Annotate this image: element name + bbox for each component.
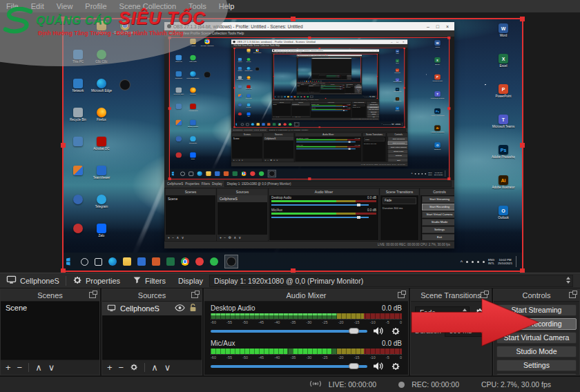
coccoc-taskbar-icon bbox=[307, 96, 309, 97]
captured-obs-window: OBS 27.1.3 (64-bit, windows) - Profile: … bbox=[311, 58, 351, 80]
teamviewer-icon bbox=[97, 166, 106, 175]
desktop-icon bbox=[200, 72, 215, 77]
folder-taskbar-icon bbox=[287, 96, 289, 97]
move-scene-up-button[interactable]: ∧ bbox=[35, 363, 42, 372]
source-properties-gear-icon[interactable] bbox=[130, 363, 138, 373]
desktop-icon: TMicrosoft Teams bbox=[430, 91, 445, 99]
properties-button[interactable]: Properties bbox=[66, 273, 126, 288]
dock-icon[interactable] bbox=[569, 292, 576, 298]
word-icon: W bbox=[434, 40, 441, 46]
taskview-taskbar-icon bbox=[95, 258, 102, 266]
obs-taskbar-icon bbox=[311, 96, 313, 97]
move-scene-down-button[interactable]: ∨ bbox=[48, 363, 55, 372]
captured-preview: OBS 27.1.3 (64-bit, windows) - Profile: … bbox=[297, 57, 362, 83]
dock-icon[interactable] bbox=[191, 292, 198, 298]
edge-taskbar-icon bbox=[197, 171, 202, 176]
source-list-item[interactable]: CellphoneS bbox=[102, 302, 202, 315]
spinner-icon[interactable] bbox=[566, 277, 570, 284]
menu-scene-collection[interactable]: Scene Collection bbox=[113, 0, 183, 12]
coccoc-taskbar-icon bbox=[259, 171, 264, 176]
win-taskbar-icon bbox=[66, 257, 75, 266]
coccoc-icon bbox=[190, 55, 196, 61]
menu-edit[interactable]: Edit bbox=[25, 0, 50, 12]
desktop-icon: Recycle Bin bbox=[171, 88, 186, 95]
network-icon bbox=[176, 71, 182, 77]
ps-icon: Ps bbox=[434, 108, 441, 114]
desktop-icon: TMicrosoft Teams bbox=[393, 78, 402, 82]
selected-source[interactable]: CellphoneS bbox=[0, 273, 66, 288]
thispc-icon bbox=[73, 50, 83, 59]
menu-file[interactable]: File bbox=[0, 0, 25, 12]
volume-slider[interactable] bbox=[211, 365, 367, 368]
move-source-up-button[interactable]: ∧ bbox=[151, 363, 158, 372]
orangeblue-icon bbox=[73, 166, 83, 175]
mini-panel: Scene TransitionsFadeDuration 300 ms bbox=[380, 188, 419, 241]
dock-icon[interactable] bbox=[89, 292, 96, 298]
ps-icon: Ps bbox=[499, 145, 508, 155]
audio-mixer-title: Audio Mixer bbox=[286, 291, 326, 300]
desktop-icon bbox=[171, 120, 186, 126]
tray-icon bbox=[418, 173, 420, 175]
chrome-taskbar-icon bbox=[314, 81, 316, 81]
unlock-icon[interactable] bbox=[189, 304, 197, 313]
volume-slider-handle[interactable] bbox=[349, 363, 359, 369]
captured-system-tray: ^ENGINTL10:02 PM25/10/2021 bbox=[363, 96, 376, 98]
volume-slider-handle[interactable] bbox=[349, 328, 359, 334]
desktop-icon: Telegram bbox=[90, 195, 113, 209]
selection-handle bbox=[308, 177, 311, 180]
mini-panel: ScenesScene+ − ∧ ∨ bbox=[165, 188, 216, 241]
win-taskbar-icon bbox=[235, 123, 238, 126]
scene-list-item[interactable]: Scene bbox=[1, 302, 99, 314]
exit-button[interactable]: Exit bbox=[496, 373, 577, 375]
obs-taskbar-icon bbox=[295, 123, 298, 126]
menu-profile[interactable]: Profile bbox=[79, 0, 113, 12]
remove-scene-button[interactable]: − bbox=[17, 363, 23, 372]
speaker-icon[interactable] bbox=[372, 361, 385, 371]
selection-handle bbox=[308, 37, 311, 39]
filters-button[interactable]: Filters bbox=[126, 273, 172, 288]
sources-panel: Sources CellphoneS bbox=[102, 288, 202, 375]
add-scene-button[interactable]: + bbox=[6, 363, 11, 372]
volume-slider[interactable] bbox=[211, 330, 367, 333]
tray-chevron-icon: ^ bbox=[381, 124, 382, 125]
captured-obs-window: OBS 27.1.3 (64-bit, windows) - Profile: … bbox=[231, 39, 408, 166]
language-indicator: ENGINTL bbox=[428, 172, 432, 176]
menu-view[interactable]: View bbox=[50, 0, 79, 12]
blueapp-taskbar-icon bbox=[291, 96, 293, 97]
desktop-icon: Microsoft Edge bbox=[244, 67, 253, 71]
menu-tools[interactable]: Tools bbox=[182, 0, 213, 12]
mixer-gear-icon[interactable] bbox=[389, 361, 402, 371]
clock: 10:02 PM25/10/2021 bbox=[371, 96, 375, 97]
mini-panel: ControlsStart StreamingStart RecordingSt… bbox=[420, 188, 454, 241]
move-source-down-button[interactable]: ∨ bbox=[164, 363, 171, 372]
desktop-icon: TeamViewer bbox=[186, 120, 200, 128]
mini-panel: ControlsStart StreamingStart RecordingSt… bbox=[387, 133, 407, 162]
selection-handle bbox=[329, 57, 329, 58]
dock-icon[interactable] bbox=[398, 292, 405, 298]
display-dropdown[interactable]: Display 1: 1920x1080 @ 0,0 (Primary Moni… bbox=[209, 275, 573, 287]
remove-source-button[interactable]: − bbox=[119, 363, 124, 372]
obs-logo-icon bbox=[233, 41, 235, 43]
mini-panel: ControlsStart StreamingStart RecordingSt… bbox=[367, 101, 380, 118]
chrome-icon bbox=[204, 39, 211, 44]
bluescreen-icon bbox=[176, 104, 182, 109]
gear-icon bbox=[72, 275, 82, 286]
mixer-gear-icon[interactable] bbox=[389, 326, 402, 336]
tray-icon bbox=[387, 124, 388, 125]
add-source-button[interactable]: + bbox=[107, 363, 113, 372]
selection-handle bbox=[61, 17, 66, 21]
taskview-taskbar-icon bbox=[281, 96, 282, 97]
settings-button[interactable]: Settings bbox=[496, 360, 577, 371]
scenes-panel-header: Scenes bbox=[1, 289, 99, 302]
speaker-icon[interactable] bbox=[372, 326, 385, 336]
orangeblue-icon bbox=[176, 120, 182, 126]
visibility-eye-icon[interactable] bbox=[175, 304, 185, 313]
desktop-icon: PPowerPoint bbox=[393, 69, 402, 73]
sources-toolbar: + − ∧ ∨ bbox=[102, 360, 202, 375]
scene-item-selection[interactable]: This PCNetworkRecycle BinAdminCốc CốcMic… bbox=[64, 19, 522, 271]
rec-timer: REC: 00:00:00 bbox=[412, 380, 459, 389]
desktop-icon: Admin bbox=[186, 39, 200, 46]
redcircle-icon bbox=[176, 153, 182, 158]
menu-help[interactable]: Help bbox=[213, 0, 241, 12]
desktop-icon: OOutlook bbox=[430, 142, 445, 150]
